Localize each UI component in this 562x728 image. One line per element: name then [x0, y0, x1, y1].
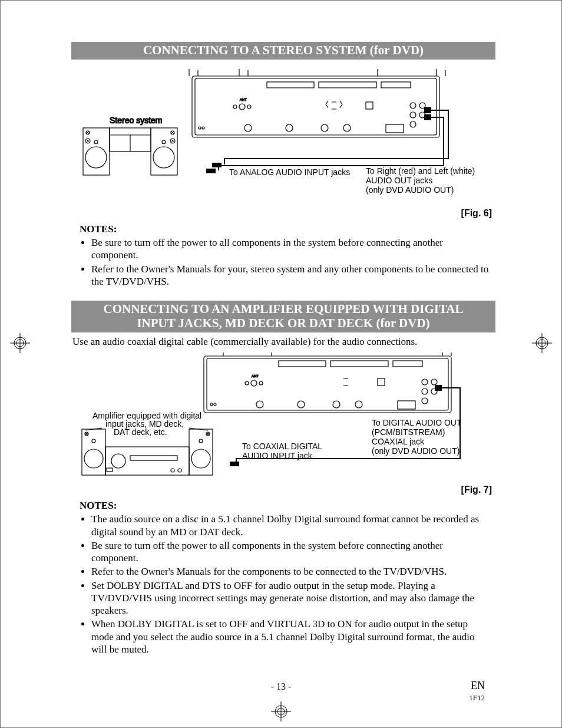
- svg-rect-64: [204, 356, 451, 413]
- svg-point-105: [178, 469, 181, 472]
- page-number: - 13 -: [271, 681, 292, 692]
- svg-point-85: [214, 403, 216, 406]
- svg-rect-31: [386, 124, 404, 133]
- svg-rect-102: [130, 456, 177, 460]
- svg-point-101: [111, 454, 125, 468]
- svg-text:(only DVD AUDIO OUT): (only DVD AUDIO OUT): [372, 446, 459, 456]
- svg-point-84: [210, 403, 213, 406]
- section2-title-line2: INPUT JACKS, MD DECK OR DAT DECK (for DV…: [137, 316, 429, 330]
- svg-rect-34: [213, 163, 221, 167]
- svg-point-69: [251, 380, 257, 386]
- svg-point-40: [85, 147, 107, 168]
- svg-point-33: [202, 127, 204, 129]
- svg-text:To COAXIAL DIGITAL: To COAXIAL DIGITAL: [242, 442, 322, 451]
- svg-rect-67: [330, 361, 388, 367]
- notes-heading: NOTES:: [80, 500, 495, 512]
- language-code: EN: [471, 680, 485, 692]
- note-item: Refer to the Owner's Manuals for the com…: [91, 565, 490, 578]
- svg-text:Stereo system: Stereo system: [110, 116, 162, 125]
- svg-rect-35: [207, 169, 215, 173]
- registration-mark-icon: [10, 333, 30, 353]
- svg-rect-16: [381, 82, 411, 88]
- svg-rect-37: [425, 115, 431, 120]
- svg-point-75: [297, 401, 305, 408]
- note-item: When DOLBY DIGITAL is set to OFF and VIR…: [91, 618, 490, 655]
- svg-point-82: [422, 398, 428, 404]
- svg-point-49: [153, 147, 174, 168]
- svg-text:AUDIO INPUT jack: AUDIO INPUT jack: [242, 451, 313, 460]
- svg-text:COAXIAL jack: COAXIAL jack: [372, 437, 425, 446]
- svg-point-104: [171, 469, 174, 472]
- svg-point-99: [199, 439, 203, 443]
- svg-rect-87: [230, 462, 239, 466]
- svg-point-25: [343, 124, 351, 131]
- section2-notes: The audio source on a disc in a 5.1 chan…: [80, 513, 495, 655]
- registration-mark-icon: [532, 333, 552, 353]
- svg-text:(only DVD AUDIO OUT): (only DVD AUDIO OUT): [366, 185, 454, 195]
- svg-rect-12: [192, 76, 439, 137]
- svg-point-71: [259, 381, 263, 385]
- svg-point-30: [410, 121, 416, 127]
- registration-mark-icon: [271, 701, 291, 722]
- svg-point-78: [422, 379, 428, 385]
- svg-text:(PCM/BITSTREAM): (PCM/BITSTREAM): [372, 427, 445, 437]
- svg-rect-15: [319, 82, 376, 88]
- svg-text:ANT: ANT: [252, 374, 259, 378]
- svg-point-22: [244, 124, 252, 131]
- note-item: Refer to the Owner's Manuals for your, s…: [91, 263, 490, 288]
- svg-point-79: [431, 379, 437, 385]
- doc-code: 1F12: [469, 693, 485, 703]
- svg-point-47: [94, 140, 98, 144]
- svg-point-23: [286, 124, 293, 131]
- note-item: Set DOLBY DIGITAL and DTS to OFF for aud…: [91, 579, 490, 617]
- fig7-diagram: ANT: [71, 353, 495, 482]
- section2-title-line1: CONNECTING TO AN AMPLIFIER EQUIPPED WITH…: [103, 302, 463, 316]
- svg-rect-83: [398, 401, 415, 409]
- section2-header: CONNECTING TO AN AMPLIFIER EQUIPPED WITH…: [71, 301, 495, 332]
- note-item: Be sure to turn off the power to all com…: [91, 539, 490, 565]
- svg-text:To ANALOG AUDIO INPUT jacks: To ANALOG AUDIO INPUT jacks: [229, 167, 350, 177]
- svg-text:AUDIO OUT jacks: AUDIO OUT jacks: [366, 176, 432, 185]
- svg-rect-21: [366, 102, 373, 109]
- svg-point-80: [422, 388, 428, 394]
- svg-point-93: [92, 439, 95, 443]
- section1-header: CONNECTING TO A STEREO SYSTEM (for DVD): [71, 42, 495, 60]
- svg-point-32: [199, 127, 201, 129]
- notes-heading: NOTES:: [80, 223, 495, 235]
- svg-point-18: [233, 105, 237, 108]
- svg-rect-103: [107, 468, 113, 472]
- svg-point-28: [410, 112, 416, 118]
- fig7-label: [Fig. 7]: [71, 485, 492, 495]
- svg-rect-13: [195, 78, 437, 135]
- section1-notes: Be sure to turn off the power to all com…: [80, 236, 495, 288]
- svg-point-56: [162, 140, 166, 144]
- svg-point-70: [245, 381, 249, 385]
- svg-rect-65: [207, 358, 448, 410]
- svg-rect-73: [378, 378, 385, 386]
- svg-text:To DIGITAL AUDIO OUT: To DIGITAL AUDIO OUT: [372, 418, 462, 427]
- svg-rect-68: [393, 361, 422, 367]
- svg-rect-66: [279, 361, 326, 367]
- svg-text:To Right (red) and Left (white: To Right (red) and Left (white): [366, 166, 475, 176]
- svg-point-26: [410, 103, 416, 108]
- svg-text:ANT: ANT: [240, 98, 247, 101]
- fig6-label: [Fig. 6]: [71, 208, 492, 219]
- svg-point-74: [256, 401, 263, 408]
- svg-point-89: [84, 449, 103, 468]
- svg-point-17: [239, 104, 245, 110]
- svg-point-24: [321, 124, 328, 131]
- svg-rect-100: [105, 447, 189, 475]
- fig6-diagram: ANT: [71, 64, 495, 206]
- section2-intro: Use an audio coaxial digital cable (comm…: [72, 336, 495, 348]
- svg-rect-36: [425, 108, 431, 113]
- svg-rect-14: [267, 82, 314, 88]
- svg-point-76: [333, 401, 340, 408]
- svg-text:DAT deck, etc.: DAT deck, etc.: [114, 427, 167, 437]
- note-item: Be sure to turn off the power to all com…: [91, 236, 490, 262]
- svg-point-19: [247, 105, 251, 108]
- svg-point-77: [355, 401, 362, 408]
- svg-point-95: [191, 449, 210, 468]
- manual-page: CONNECTING TO A STEREO SYSTEM (for DVD) …: [0, 0, 562, 728]
- svg-rect-86: [435, 386, 441, 390]
- note-item: The audio source on a disc in a 5.1 chan…: [91, 513, 490, 538]
